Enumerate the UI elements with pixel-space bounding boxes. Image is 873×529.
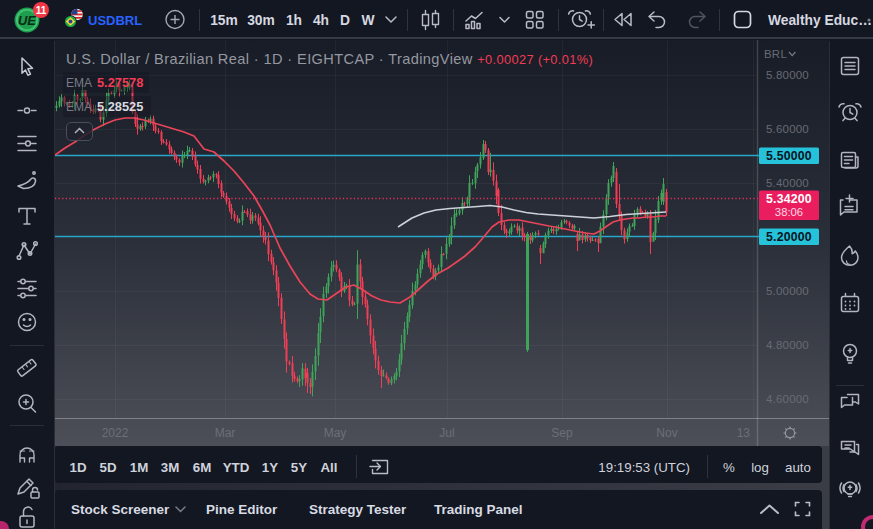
svg-text:1h: 1h xyxy=(286,13,302,28)
svg-text:BRL: BRL xyxy=(764,48,787,60)
svg-text:May: May xyxy=(324,426,347,440)
svg-text:6M: 6M xyxy=(193,460,211,475)
svg-text:Stock Screener: Stock Screener xyxy=(71,502,170,517)
svg-text:19:19:53 (UTC): 19:19:53 (UTC) xyxy=(598,460,690,475)
svg-text:Jul: Jul xyxy=(439,426,454,440)
svg-text:Sep: Sep xyxy=(551,426,573,440)
svg-text:auto: auto xyxy=(785,460,811,475)
svg-text:30m: 30m xyxy=(247,13,275,28)
svg-text:W: W xyxy=(361,13,375,28)
svg-text:4.80000: 4.80000 xyxy=(766,339,809,351)
svg-text:11: 11 xyxy=(36,5,47,16)
svg-text:D: D xyxy=(340,13,350,28)
svg-text:U.S. Dollar / Brazilian Real ·: U.S. Dollar / Brazilian Real · 1D · EIGH… xyxy=(66,51,593,67)
svg-text:EMA 5.28525: EMA 5.28525 xyxy=(66,99,143,114)
svg-text:4h: 4h xyxy=(313,13,329,28)
svg-text:13: 13 xyxy=(737,426,751,440)
svg-text:Trading Panel: Trading Panel xyxy=(434,502,523,517)
svg-text:5.80000: 5.80000 xyxy=(766,69,809,81)
svg-text:5.40000: 5.40000 xyxy=(766,177,809,189)
svg-text:2022: 2022 xyxy=(102,426,129,440)
svg-text:USDBRL: USDBRL xyxy=(88,13,142,28)
svg-text:%: % xyxy=(723,460,735,475)
svg-text:4.60000: 4.60000 xyxy=(766,393,809,405)
svg-text:5D: 5D xyxy=(100,460,117,475)
svg-text:All: All xyxy=(321,460,338,475)
svg-text:15m: 15m xyxy=(210,13,238,28)
svg-text:log: log xyxy=(751,460,769,475)
svg-text:3M: 3M xyxy=(161,460,179,475)
svg-text:5.60000: 5.60000 xyxy=(766,123,809,135)
svg-text:Wealthy Educ…: Wealthy Educ… xyxy=(768,13,872,28)
svg-text:EMA 5.27578: EMA 5.27578 xyxy=(66,75,143,90)
svg-text:5.00000: 5.00000 xyxy=(766,285,809,297)
svg-text:5.20000: 5.20000 xyxy=(766,230,812,244)
svg-text:5Y: 5Y xyxy=(291,460,307,475)
svg-text:YTD: YTD xyxy=(223,460,250,475)
svg-text:1M: 1M xyxy=(130,460,148,475)
svg-text:5.34200: 5.34200 xyxy=(766,192,812,206)
svg-text:Strategy Tester: Strategy Tester xyxy=(309,502,407,517)
svg-text:Pine Editor: Pine Editor xyxy=(206,502,278,517)
svg-text:UE: UE xyxy=(18,13,36,28)
svg-text:5.50000: 5.50000 xyxy=(766,149,812,163)
svg-text:38:06: 38:06 xyxy=(775,206,803,218)
svg-text:Nov: Nov xyxy=(656,426,677,440)
svg-text:1Y: 1Y xyxy=(262,460,278,475)
svg-text:1D: 1D xyxy=(70,460,87,475)
svg-text:Mar: Mar xyxy=(215,426,236,440)
